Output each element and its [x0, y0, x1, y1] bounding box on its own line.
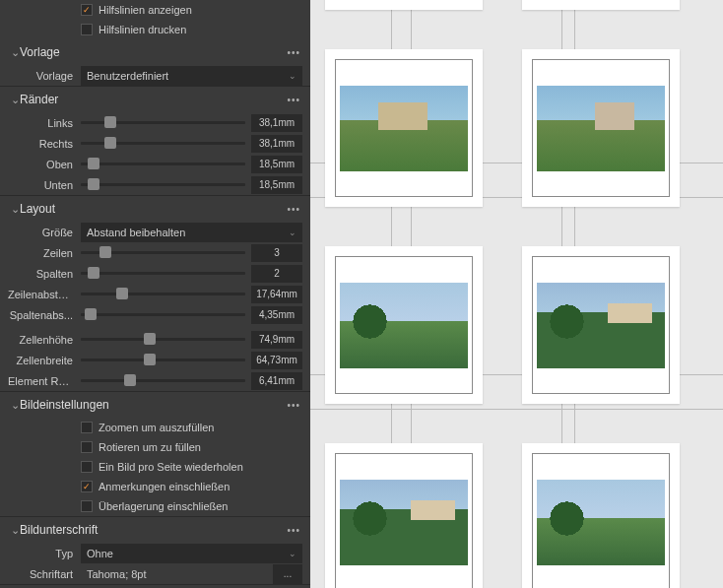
- layout-header[interactable]: ⌄ Layout •••: [0, 196, 310, 222]
- zoom-checkbox[interactable]: [81, 422, 93, 433]
- rotate-label: Rotieren um zu füllen: [99, 441, 201, 453]
- layout-section: ⌄ Layout ••• GrößeAbstand beibehalten⌄ Z…: [0, 196, 310, 392]
- size-select[interactable]: Abstand beibehalten⌄: [81, 223, 302, 242]
- margin-left-label: Links: [8, 117, 81, 129]
- zoom-label: Zoomen um auszufüllen: [99, 422, 214, 433]
- margins-title: Ränder: [20, 93, 287, 106]
- cellh-value[interactable]: 74,9mm: [251, 331, 302, 349]
- rows-value[interactable]: 3: [251, 244, 302, 262]
- caption-header[interactable]: ⌄ Bildunterschrift •••: [0, 517, 310, 543]
- preview-cell[interactable]: [325, 443, 483, 588]
- layout-title: Layout: [20, 202, 287, 216]
- show-guides-row: ✓ Hilfslinien anzeigen: [0, 0, 310, 20]
- colgap-label: Spaltenabs...: [8, 309, 81, 321]
- annotations-label: Anmerkungen einschließen: [99, 481, 230, 492]
- radius-value[interactable]: 6,41mm: [251, 372, 302, 390]
- image-settings-section: ⌄ Bildeinstellungen ••• Zoomen um auszuf…: [0, 392, 310, 517]
- cellw-label: Zellenbreite: [8, 355, 81, 366]
- margins-header[interactable]: ⌄ Ränder •••: [0, 87, 310, 112]
- chevron-down-icon: ⌄: [10, 203, 20, 216]
- cols-label: Spalten: [8, 268, 81, 280]
- overlay-label: Überlagerung einschließen: [99, 500, 228, 512]
- image-settings-header[interactable]: ⌄ Bildeinstellungen •••: [0, 392, 310, 418]
- print-guides-label: Hilfslinien drucken: [99, 24, 186, 35]
- overlay-checkbox[interactable]: [81, 500, 93, 512]
- margin-bottom-slider[interactable]: [81, 183, 245, 186]
- layout-menu-icon[interactable]: •••: [287, 204, 300, 215]
- rotate-checkbox[interactable]: [81, 441, 93, 453]
- caption-type-label: Typ: [8, 548, 81, 559]
- caption-type-select[interactable]: Ohne⌄: [81, 544, 302, 563]
- caption-section: ⌄ Bildunterschrift ••• TypOhne⌄ Schrifta…: [0, 517, 310, 585]
- margin-bottom-label: Unten: [8, 179, 81, 191]
- template-row: Vorlage Benutzerdefiniert ⌄: [0, 65, 310, 86]
- print-guides-checkbox[interactable]: [81, 24, 93, 35]
- show-guides-checkbox[interactable]: ✓: [81, 4, 93, 16]
- margin-right-label: Rechts: [8, 138, 81, 150]
- preview-cell[interactable]: [522, 443, 680, 588]
- preview-cell[interactable]: [522, 0, 680, 10]
- margin-top-value[interactable]: 18,5mm: [251, 156, 302, 173]
- repeat-checkbox[interactable]: [81, 461, 93, 473]
- template-title: Vorlage: [20, 45, 287, 59]
- rowgap-label: Zeilenabstand: [8, 289, 81, 300]
- rowgap-value[interactable]: 17,64mm: [251, 286, 302, 303]
- rows-label: Zeilen: [8, 247, 81, 259]
- margin-bottom-value[interactable]: 18,5mm: [251, 176, 302, 194]
- image-settings-menu-icon[interactable]: •••: [287, 400, 300, 411]
- chevron-down-icon: ⌄: [10, 524, 20, 537]
- preview-area[interactable]: [310, 0, 723, 588]
- cellw-value[interactable]: 64,73mm: [251, 352, 302, 369]
- colgap-value[interactable]: 4,35mm: [251, 306, 302, 324]
- caret-down-icon: ⌄: [289, 71, 296, 81]
- print-guides-row: Hilfslinien drucken: [0, 20, 310, 39]
- margin-left-value[interactable]: 38,1mm: [251, 114, 302, 132]
- preview-cell[interactable]: [522, 49, 680, 207]
- chevron-down-icon: ⌄: [10, 399, 20, 412]
- template-section: ⌄ Vorlage ••• Vorlage Benutzerdefiniert …: [0, 39, 310, 87]
- colgap-slider[interactable]: [81, 313, 245, 316]
- preview-cell[interactable]: [325, 0, 483, 10]
- caption-menu-icon[interactable]: •••: [287, 525, 300, 536]
- cellw-slider[interactable]: [81, 359, 245, 361]
- caret-down-icon: ⌄: [289, 228, 296, 237]
- chevron-down-icon: ⌄: [10, 46, 20, 59]
- preview-cell[interactable]: [325, 246, 483, 404]
- size-label: Größe: [8, 227, 81, 238]
- chevron-down-icon: ⌄: [10, 94, 20, 106]
- repeat-label: Ein Bild pro Seite wiederholen: [99, 461, 243, 473]
- caption-font-value: Tahoma; 8pt: [81, 568, 147, 580]
- rowgap-slider[interactable]: [81, 293, 245, 295]
- cellh-slider[interactable]: [81, 338, 245, 341]
- margin-top-label: Oben: [8, 159, 81, 170]
- template-header[interactable]: ⌄ Vorlage •••: [0, 39, 310, 65]
- annotations-checkbox[interactable]: ✓: [81, 481, 93, 492]
- template-select[interactable]: Benutzerdefiniert ⌄: [81, 66, 302, 86]
- preview-cell[interactable]: [325, 49, 483, 207]
- caption-font-button[interactable]: ...: [273, 564, 302, 584]
- cols-slider[interactable]: [81, 272, 245, 275]
- preview-cell[interactable]: [522, 246, 680, 404]
- template-menu-icon[interactable]: •••: [287, 47, 300, 58]
- template-label: Vorlage: [8, 70, 81, 82]
- show-guides-label: Hilfslinien anzeigen: [99, 4, 192, 16]
- caption-font-label: Schriftart: [8, 568, 81, 580]
- margin-right-value[interactable]: 38,1mm: [251, 135, 302, 153]
- caption-title: Bildunterschrift: [20, 523, 287, 537]
- caret-down-icon: ⌄: [289, 549, 296, 558]
- margin-left-slider[interactable]: [81, 121, 245, 124]
- margins-menu-icon[interactable]: •••: [287, 95, 300, 105]
- cellh-label: Zellenhöhe: [8, 334, 81, 346]
- margin-top-slider[interactable]: [81, 163, 245, 165]
- preview-grid: [325, 0, 680, 588]
- settings-panel: ✓ Hilfslinien anzeigen Hilfslinien druck…: [0, 0, 310, 588]
- margins-section: ⌄ Ränder ••• Links38,1mm Rechts38,1mm Ob…: [0, 87, 310, 196]
- cols-value[interactable]: 2: [251, 265, 302, 283]
- rows-slider[interactable]: [81, 251, 245, 254]
- image-settings-title: Bildeinstellungen: [20, 398, 287, 412]
- margin-right-slider[interactable]: [81, 142, 245, 145]
- radius-label: Element Ra...: [8, 375, 81, 387]
- radius-slider[interactable]: [81, 379, 245, 382]
